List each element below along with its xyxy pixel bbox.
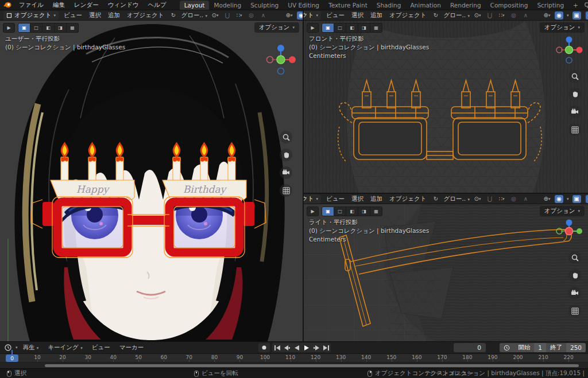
tool-move[interactable]: ◧ bbox=[42, 23, 55, 33]
gizmos-toggle-icon[interactable]: ⊕▾ bbox=[285, 11, 293, 20]
snap-settings-icon[interactable]: ∷▾ bbox=[235, 11, 243, 20]
tool-move[interactable]: ◧ bbox=[346, 206, 358, 216]
tool-transform[interactable]: ▦ bbox=[370, 206, 382, 216]
jump-to-end-button[interactable] bbox=[321, 343, 331, 352]
shading-wireframe-icon[interactable]: ⊕ bbox=[586, 195, 588, 203]
falloff-icon[interactable]: ∧ bbox=[521, 11, 530, 20]
viewport-right[interactable]: オブジェクト▾ ビュー 選択 追加 オブジェクト ↻ グロー.. ▾ ⊙▾ ⋃ … bbox=[304, 194, 588, 341]
proportional-edit-icon[interactable]: ◎ bbox=[509, 195, 518, 203]
tool-rotate[interactable]: ◨ bbox=[358, 23, 370, 33]
menu-window[interactable]: ウィンドウ bbox=[104, 1, 143, 10]
preview-range-clock-icon[interactable] bbox=[500, 343, 514, 352]
menu-object[interactable]: オブジェクト bbox=[125, 11, 165, 20]
tab-scripting[interactable]: Scripting bbox=[532, 1, 568, 10]
tool-move[interactable]: ◧ bbox=[346, 23, 358, 33]
mode-dropdown[interactable]: オブジェクト▾ bbox=[304, 194, 321, 204]
tool-select-box[interactable]: ▣ bbox=[322, 206, 334, 216]
menu-add[interactable]: 追加 bbox=[106, 11, 122, 20]
end-frame-field[interactable]: 250 bbox=[566, 343, 586, 352]
navigation-gizmo[interactable] bbox=[555, 36, 583, 64]
tool-cursor[interactable]: □ bbox=[30, 23, 42, 33]
viewport-front-body[interactable]: ▶ ▣ □ ◧ ◨ ▦ フロント・平行投影 (0) シーンコレクション | bi… bbox=[304, 21, 588, 193]
snap-settings-icon[interactable]: ∷▾ bbox=[497, 195, 506, 203]
camera-view-icon[interactable] bbox=[568, 287, 581, 299]
overlays-toggle-icon[interactable]: ◉ bbox=[297, 11, 303, 20]
mode-dropdown[interactable]: オブジェクト ▾ bbox=[3, 11, 59, 20]
tool-transform[interactable]: ▦ bbox=[67, 23, 79, 33]
tool-select-box[interactable]: ▣ bbox=[18, 23, 30, 33]
timeline-scrollbar[interactable] bbox=[45, 364, 579, 367]
xray-toggle-icon[interactable]: ▣ bbox=[572, 11, 581, 20]
auto-keying-record-icon[interactable] bbox=[258, 343, 270, 352]
viewport-divider-vertical[interactable] bbox=[303, 10, 304, 341]
zoom-icon[interactable] bbox=[568, 251, 581, 264]
jump-to-start-button[interactable] bbox=[272, 343, 282, 352]
tool-cursor[interactable]: □ bbox=[334, 206, 346, 216]
snap-settings-icon[interactable]: ∷▾ bbox=[497, 11, 506, 20]
tool-transform[interactable]: ▦ bbox=[370, 23, 382, 33]
tab-add-workspace[interactable]: + bbox=[568, 1, 583, 10]
tab-shading[interactable]: Shading bbox=[372, 1, 406, 10]
prev-keyframe-button[interactable] bbox=[282, 343, 292, 352]
tab-rendering[interactable]: Rendering bbox=[446, 1, 486, 10]
tab-uv-editing[interactable]: UV Editing bbox=[283, 1, 324, 10]
play-button[interactable] bbox=[301, 343, 311, 352]
overlays-toggle-icon[interactable]: ◉ bbox=[555, 11, 563, 20]
pan-hand-icon[interactable] bbox=[568, 269, 581, 282]
gizmos-toggle-icon[interactable]: ⊕▾ bbox=[543, 195, 551, 203]
proportional-edit-icon[interactable]: ◎ bbox=[247, 11, 256, 20]
tool-expand-button[interactable]: ▶ bbox=[3, 23, 15, 33]
snap-magnet-icon[interactable]: ⋃ bbox=[485, 11, 494, 20]
menu-select[interactable]: 選択 bbox=[350, 11, 365, 20]
navigation-gizmo[interactable] bbox=[265, 44, 297, 76]
play-reverse-button[interactable] bbox=[292, 343, 301, 352]
options-button[interactable]: オプション▾ bbox=[540, 206, 585, 216]
pivot-point-icon[interactable]: ⊙▾ bbox=[211, 11, 219, 20]
tool-rotate[interactable]: ◨ bbox=[55, 23, 67, 33]
snap-magnet-icon[interactable]: ⋃ bbox=[485, 195, 494, 203]
menu-view-timeline[interactable]: ビュー bbox=[90, 344, 112, 352]
playhead[interactable]: 0 bbox=[6, 354, 18, 362]
grid-toggle-icon[interactable] bbox=[568, 123, 581, 136]
viewport-front[interactable]: オブジェクト▾ ビュー 選択 追加 オブジェクト ↻ グロー.. ▾ ⊙▾ ⋃ … bbox=[304, 10, 588, 193]
options-button[interactable]: オプション▾ bbox=[540, 22, 585, 33]
editor-type-clock-icon[interactable] bbox=[3, 344, 12, 352]
overlays-toggle-icon[interactable]: ◉ bbox=[555, 195, 563, 203]
menu-add[interactable]: 追加 bbox=[369, 195, 384, 203]
menu-select[interactable]: 選択 bbox=[350, 195, 365, 203]
tab-layout[interactable]: Layout bbox=[180, 1, 210, 10]
snap-magnet-icon[interactable]: ⋃ bbox=[223, 11, 231, 20]
grid-toggle-icon[interactable] bbox=[280, 184, 292, 197]
tab-compositing[interactable]: Compositing bbox=[486, 1, 533, 10]
timeline-ruler[interactable]: 0102030405060708090100110120130140150160… bbox=[0, 354, 588, 363]
tool-cursor[interactable]: □ bbox=[334, 23, 346, 33]
viewport-right-body[interactable]: ▶ ▣ □ ◧ ◨ ▦ ライト・平行投影 (0) シーンコレクション | bir… bbox=[304, 204, 588, 341]
shading-wireframe-icon[interactable]: ⊕ bbox=[586, 11, 588, 20]
start-frame-field[interactable]: 1 bbox=[534, 343, 546, 352]
tool-expand-button[interactable]: ▶ bbox=[307, 206, 319, 216]
camera-view-icon[interactable] bbox=[280, 166, 292, 179]
orientation-dropdown[interactable]: グロー.. ▾ bbox=[443, 195, 470, 203]
menu-view[interactable]: ビュー bbox=[62, 11, 84, 20]
menu-select[interactable]: 選択 bbox=[87, 11, 103, 20]
orientation-dropdown[interactable]: グロー.. ▾ bbox=[443, 11, 470, 20]
proportional-edit-icon[interactable]: ◎ bbox=[509, 11, 518, 20]
orientation-dropdown[interactable]: グロー.. ▾ bbox=[181, 11, 207, 20]
scene-icon[interactable] bbox=[584, 1, 588, 9]
tab-animation[interactable]: Animation bbox=[405, 1, 446, 10]
menu-view[interactable]: ビュー bbox=[324, 11, 346, 20]
viewport-user[interactable]: オブジェクト ▾ ビュー 選択 追加 オブジェクト ↻ グロー.. ▾ ⊙▾ ⋃… bbox=[0, 10, 303, 341]
menu-add[interactable]: 追加 bbox=[369, 11, 384, 20]
grid-toggle-icon[interactable] bbox=[568, 305, 581, 317]
menu-render[interactable]: レンダー bbox=[70, 1, 103, 10]
menu-edit[interactable]: 編集 bbox=[49, 1, 69, 10]
menu-marker[interactable]: マーカー bbox=[118, 344, 146, 352]
viewport-user-body[interactable]: Happy Birthday bbox=[0, 21, 303, 341]
pivot-point-icon[interactable]: ⊙▾ bbox=[473, 195, 482, 203]
tool-select-box[interactable]: ▣ bbox=[322, 23, 334, 33]
menu-keying[interactable]: キーイング ▾ bbox=[46, 344, 84, 352]
pivot-point-icon[interactable]: ⊙▾ bbox=[473, 11, 482, 20]
falloff-icon[interactable]: ∧ bbox=[521, 195, 530, 203]
menu-object[interactable]: オブジェクト bbox=[388, 11, 428, 20]
tool-rotate[interactable]: ◨ bbox=[358, 206, 370, 216]
